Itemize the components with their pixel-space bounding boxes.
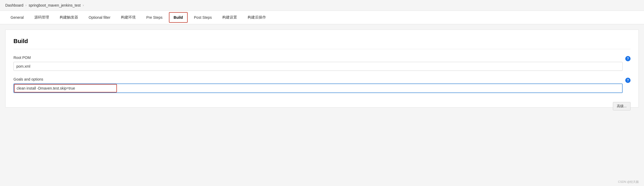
breadcrumb-arrow-1: › [26, 3, 27, 7]
breadcrumb: Dashboard › springboot_maven_jenkins_tes… [0, 0, 644, 11]
goals-input[interactable] [14, 84, 622, 92]
goals-label: Goals and options [13, 77, 623, 81]
section-title: Build [13, 38, 631, 49]
watermark: CSDN @犯天颜 [618, 180, 639, 184]
goals-help-icon[interactable]: ? [625, 78, 631, 83]
goals-input-outer [13, 83, 623, 93]
advanced-button[interactable]: 高级... [613, 102, 631, 110]
breadcrumb-project[interactable]: springboot_maven_jenkins_test [29, 3, 81, 7]
tab-build-env[interactable]: 构建环境 [116, 11, 141, 24]
tab-build[interactable]: Build [169, 12, 188, 23]
tab-general[interactable]: General [5, 11, 29, 24]
root-pom-label: Root POM [13, 55, 623, 60]
tab-trigger[interactable]: 构建触发器 [54, 11, 83, 24]
tab-source[interactable]: 源码管理 [29, 11, 54, 24]
root-pom-help-icon[interactable]: ? [625, 56, 631, 61]
tabs-bar: General 源码管理 构建触发器 Optional filter 构建环境 … [0, 11, 644, 24]
tab-post-build[interactable]: 构建后操作 [242, 11, 271, 24]
root-pom-input[interactable] [13, 62, 623, 71]
root-pom-group: Root POM ? [13, 55, 631, 71]
tab-post-steps[interactable]: Post Steps [189, 11, 217, 24]
breadcrumb-arrow-2: › [83, 3, 84, 7]
build-content: Build Root POM ? Goals and options ? [5, 30, 639, 108]
tab-pre-steps[interactable]: Pre Steps [141, 11, 168, 24]
tab-build-settings[interactable]: 构建设置 [217, 11, 242, 24]
breadcrumb-dashboard[interactable]: Dashboard [5, 3, 23, 7]
tab-optional-filter[interactable]: Optional filter [83, 11, 116, 24]
goals-group: Goals and options ? [13, 77, 631, 93]
